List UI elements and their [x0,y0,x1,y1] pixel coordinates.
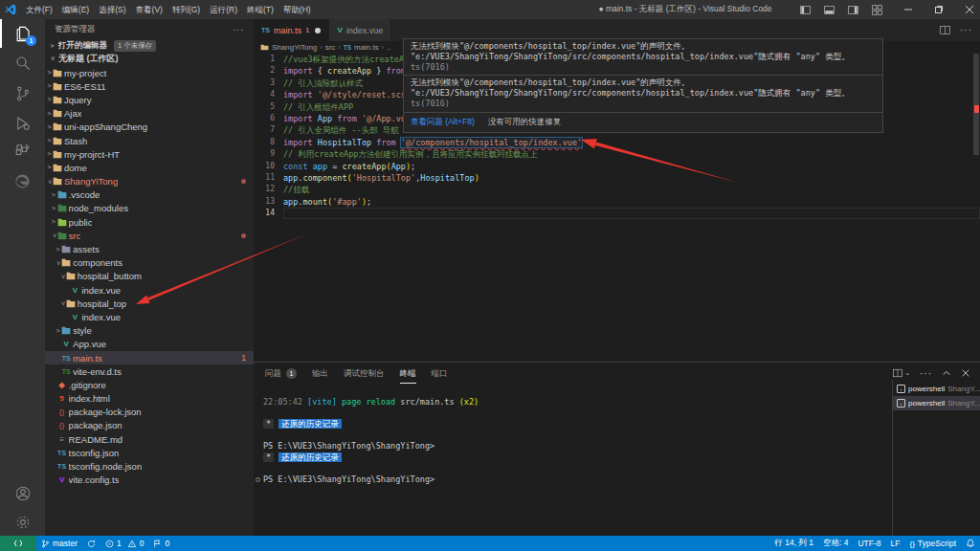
tree-item-index.vue[interactable]: Vindex.vue [45,310,254,323]
tree-item-Ajax[interactable]: >Ajax [45,107,254,121]
problems-indicator[interactable]: 1 0 [100,536,148,551]
menu-s[interactable]: 选择(S) [94,0,130,19]
indentation-indicator[interactable]: 空格: 4 [818,536,853,551]
tree-item-package.json[interactable]: {}package.json [45,419,254,432]
tree-item-style[interactable]: >style [45,324,254,338]
close-window-icon[interactable] [965,5,974,14]
tree-item-index.html[interactable]: 5index.html [45,392,254,406]
panel-tab-终端[interactable]: 终端 [400,363,416,384]
breadcrumb-folder[interactable]: src [325,43,336,52]
menu-e[interactable]: 编辑(E) [57,0,94,19]
eol-indicator[interactable]: LF [886,536,905,551]
search-icon[interactable] [0,49,45,77]
run-debug-icon[interactable] [0,109,45,138]
breadcrumb-symbol[interactable]: .. [387,43,390,52]
modified-dot-icon[interactable] [315,28,321,33]
cursor-position-indicator[interactable]: 行 14, 列 1 [769,536,818,551]
command-decoration-icon[interactable] [256,477,260,482]
breadcrumb-project[interactable]: ShangYiTong [272,43,317,52]
tree-item-tsconfig.node.json[interactable]: TStsconfig.node.json [45,459,254,473]
view-problem-link[interactable]: 查看问题 (Alt+F8) [411,117,475,128]
remote-indicator[interactable] [0,536,36,551]
panel-close-icon[interactable] [961,368,970,378]
tree-item-.vscode[interactable]: >.vscode [45,188,254,202]
tree-item-vite-env.d.ts[interactable]: TSvite-env.d.ts [45,364,254,378]
language-mode-indicator[interactable]: {}TypeScript [905,536,962,551]
terminal-split-icon[interactable]: ⌄ [893,368,910,378]
code-line-14[interactable]: 14 [254,208,980,219]
minimize-icon[interactable] [903,5,913,14]
tree-item-vite.config.ts[interactable]: Vvite.config.ts [45,474,254,487]
tab-main-ts[interactable]: TS main.ts 1 [254,19,329,41]
tree-item-dome[interactable]: >dome [45,161,254,174]
sync-changes-button[interactable] [82,536,100,551]
panel-tab-输出[interactable]: 输出 [312,363,328,384]
split-editor-icon[interactable] [940,25,950,35]
menu-v[interactable]: 查看(V) [131,0,167,19]
menu-t[interactable]: 终端(T) [242,0,278,19]
git-branch-indicator[interactable]: master [36,536,82,551]
tree-item-tsconfig.json[interactable]: TStsconfig.json [45,446,254,459]
flag-indicator[interactable]: 0 [148,536,174,551]
tree-item-hospital_top[interactable]: >hospital_top [45,297,254,310]
history-suggestion[interactable]: 还原的历史记录 [278,419,342,429]
tree-item-uni-appShangCheng[interactable]: >uni-appShangCheng [45,121,254,134]
code-line-13[interactable]: 13app.mount('#app'); [254,196,980,208]
panel-maximize-icon[interactable] [942,368,951,378]
tree-item-label: package.json [69,420,122,430]
menu-h[interactable]: 帮助(H) [278,0,316,19]
terminal-instance-powershell[interactable]: ›powershellShangY... [893,382,980,396]
encoding-indicator[interactable]: UTF-8 [853,536,885,551]
tree-item-index.vue[interactable]: Vindex.vue [45,283,254,297]
tree-item-ShangYiTong[interactable]: >ShangYiTong [45,175,254,188]
explorer-icon[interactable]: 1 [0,19,45,48]
tree-item-Stash[interactable]: >Stash [45,134,254,147]
account-icon[interactable] [0,479,45,508]
editor-scrollbar[interactable] [972,54,980,362]
panel-tab-调试控制台[interactable]: 调试控制台 [344,363,385,384]
menu-g[interactable]: 转到(G) [167,0,205,19]
panel-tab-端口[interactable]: 端口 [432,363,448,384]
source-control-icon[interactable] [0,79,45,108]
open-editors-section[interactable]: > 打开的编辑器 1 个未保存 [45,39,254,52]
explorer-more-actions-icon[interactable]: ··· [234,25,245,34]
code-line-12[interactable]: 12//挂载 [254,184,980,195]
menu-f[interactable]: 文件(F) [21,0,57,19]
tree-item-App.vue[interactable]: VApp.vue [45,338,254,351]
code-line-9[interactable]: 9// 利用createApp方法创建引用实例，且将应用实例挂载到挂载点上 [254,148,980,160]
edge-tools-icon[interactable] [0,166,45,195]
tree-item-hospital_buttom[interactable]: >hospital_buttom [45,270,254,283]
tree-item-my-project[interactable]: >my-project [45,66,254,79]
tree-item-public[interactable]: >public [45,215,254,229]
tree-item-package-lock.json[interactable]: {}package-lock.json [45,406,254,419]
workspace-root[interactable]: > 无标题 (工作区) [45,52,254,65]
tree-item-main.ts[interactable]: TSmain.ts1 [45,351,254,364]
tree-item-node_modules[interactable]: >node_modules [45,202,254,215]
notifications-bell-icon[interactable] [961,536,980,551]
code-line-10[interactable]: 10const app = createApp(App); [254,161,980,172]
toggle-secondary-sidebar-icon[interactable] [848,5,858,15]
tree-item-assets[interactable]: >assets [45,242,254,255]
terminal-output[interactable]: 22:05:42 [vite] page reload src/main.ts … [263,397,889,485]
tree-item-.gitignore[interactable]: ◆.gitignore [45,378,254,391]
breadcrumb-file[interactable]: main.ts [354,43,379,52]
tab-index-vue[interactable]: V index.vue [329,19,391,41]
code-line-8[interactable]: 8import HospitalTop from '@/components/h… [254,137,980,148]
panel-more-actions-icon[interactable]: ··· [920,368,932,379]
code-line-11[interactable]: 11app.component('HospitalTop',HospitalTo… [254,172,980,184]
settings-gear-icon[interactable] [0,508,45,537]
panel-tab-问题[interactable]: 问题1 [265,363,297,384]
terminal-instance-powershell[interactable]: ›powershellShangY... [893,396,980,410]
history-suggestion[interactable]: 还原的历史记录 [278,452,342,462]
tree-item-my-projrct-HT[interactable]: >my-projrct-HT [45,147,254,161]
tree-item-components[interactable]: >components [45,256,254,270]
tree-item-README.md[interactable]: ≡README.md [45,432,254,446]
extensions-icon[interactable] [0,136,45,165]
menu-r[interactable]: 运行(R) [205,0,242,19]
tree-item-src[interactable]: >src [45,229,254,242]
restore-icon[interactable] [934,5,944,14]
editor-more-actions-icon[interactable]: ··· [960,25,972,35]
customize-layout-icon[interactable] [872,5,882,15]
tree-item-ES6-ES11[interactable]: >ES6-ES11 [45,79,254,93]
tree-item-Jquery[interactable]: >Jquery [45,93,254,106]
